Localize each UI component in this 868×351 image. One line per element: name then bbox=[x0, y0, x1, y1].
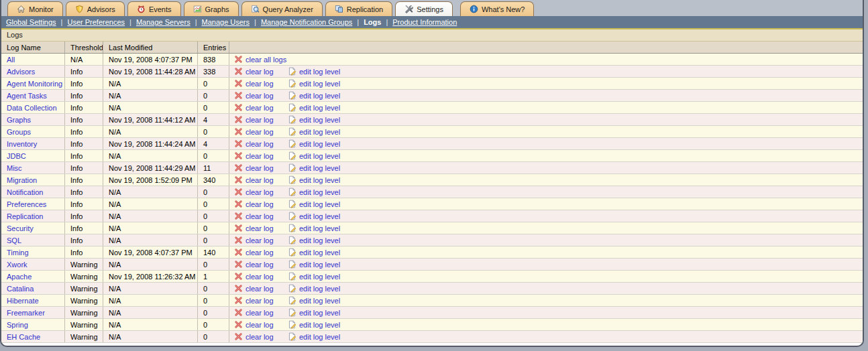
edit-log-level-link[interactable]: edit log level bbox=[299, 321, 340, 329]
log-name-link[interactable]: Migration bbox=[7, 176, 37, 184]
clear-log-icon[interactable] bbox=[234, 79, 243, 88]
clear-log-link[interactable]: clear log bbox=[246, 164, 274, 172]
clear-log-link[interactable]: clear log bbox=[246, 212, 274, 220]
clear-log-link[interactable]: clear log bbox=[246, 104, 274, 112]
log-name-link[interactable]: Misc bbox=[7, 164, 22, 172]
clear-log-icon[interactable] bbox=[234, 188, 243, 196]
log-name-link[interactable]: Freemarker bbox=[7, 309, 45, 317]
clear-log-icon[interactable] bbox=[234, 308, 243, 317]
clear-log-link[interactable]: clear log bbox=[246, 152, 274, 160]
edit-log-icon[interactable] bbox=[288, 320, 296, 329]
edit-log-level-link[interactable]: edit log level bbox=[299, 80, 340, 88]
edit-log-icon[interactable] bbox=[288, 151, 296, 160]
log-name-link[interactable]: Spring bbox=[7, 321, 28, 329]
edit-log-icon[interactable] bbox=[288, 91, 296, 100]
clear-log-icon[interactable] bbox=[234, 200, 243, 208]
clear-log-link[interactable]: clear log bbox=[246, 188, 274, 196]
log-name-link[interactable]: Notification bbox=[7, 188, 43, 196]
edit-log-level-link[interactable]: edit log level bbox=[299, 261, 340, 269]
log-name-link[interactable]: EH Cache bbox=[7, 333, 40, 341]
edit-log-icon[interactable] bbox=[288, 188, 296, 196]
edit-log-level-link[interactable]: edit log level bbox=[299, 116, 340, 124]
log-name-link[interactable]: Agent Tasks bbox=[7, 92, 47, 100]
log-name-link[interactable]: Data Collection bbox=[7, 104, 57, 112]
clear-log-icon[interactable] bbox=[234, 67, 243, 76]
edit-log-icon[interactable] bbox=[288, 127, 296, 136]
edit-log-level-link[interactable]: edit log level bbox=[299, 236, 340, 244]
edit-log-level-link[interactable]: edit log level bbox=[299, 273, 340, 281]
clear-log-link[interactable]: clear log bbox=[246, 273, 274, 281]
clear-log-link[interactable]: clear log bbox=[246, 321, 274, 329]
clear-log-link[interactable]: clear log bbox=[246, 140, 274, 148]
log-name-link[interactable]: Replication bbox=[7, 212, 43, 220]
tab-query-analyzer[interactable]: Query Analyzer bbox=[241, 1, 323, 16]
clear-log-icon[interactable] bbox=[234, 91, 243, 100]
log-name-link[interactable]: Inventory bbox=[7, 140, 37, 148]
clear-log-icon[interactable] bbox=[234, 55, 243, 64]
clear-log-icon[interactable] bbox=[234, 272, 243, 281]
clear-log-icon[interactable] bbox=[234, 176, 243, 184]
nav-link-manage-notification-groups[interactable]: Manage Notification Groups bbox=[261, 18, 352, 26]
edit-log-level-link[interactable]: edit log level bbox=[299, 152, 340, 160]
clear-log-link[interactable]: clear log bbox=[246, 68, 274, 76]
log-name-link[interactable]: Catalina bbox=[7, 285, 34, 293]
nav-link-user-preferences[interactable]: User Preferences bbox=[67, 18, 125, 26]
clear-log-icon[interactable] bbox=[234, 284, 243, 293]
edit-log-level-link[interactable]: edit log level bbox=[299, 309, 340, 317]
clear-log-icon[interactable] bbox=[234, 115, 243, 124]
edit-log-level-link[interactable]: edit log level bbox=[299, 104, 340, 112]
edit-log-level-link[interactable]: edit log level bbox=[299, 128, 340, 136]
clear-log-link[interactable]: clear log bbox=[246, 116, 274, 124]
clear-log-icon[interactable] bbox=[234, 127, 243, 136]
clear-log-link[interactable]: clear log bbox=[246, 92, 274, 100]
clear-log-icon[interactable] bbox=[234, 296, 243, 305]
edit-log-icon[interactable] bbox=[288, 67, 296, 76]
log-name-link[interactable]: SQL bbox=[7, 236, 21, 244]
log-name-link[interactable]: Timing bbox=[7, 249, 29, 257]
log-name-link[interactable]: Agent Monitoring bbox=[7, 80, 62, 88]
clear-log-icon[interactable] bbox=[234, 163, 243, 172]
edit-log-level-link[interactable]: edit log level bbox=[299, 297, 340, 305]
edit-log-icon[interactable] bbox=[288, 176, 296, 184]
clear-log-link[interactable]: clear log bbox=[246, 224, 274, 232]
nav-link-global-settings[interactable]: Global Settings bbox=[6, 18, 56, 26]
clear-log-icon[interactable] bbox=[234, 151, 243, 160]
log-name-link[interactable]: Advisors bbox=[7, 68, 35, 76]
clear-log-icon[interactable] bbox=[234, 320, 243, 329]
clear-log-icon[interactable] bbox=[234, 212, 243, 220]
edit-log-level-link[interactable]: edit log level bbox=[299, 333, 340, 341]
clear-log-link[interactable]: clear log bbox=[246, 249, 274, 257]
edit-log-icon[interactable] bbox=[288, 296, 296, 305]
edit-log-level-link[interactable]: edit log level bbox=[299, 68, 340, 76]
clear-log-link[interactable]: clear log bbox=[246, 285, 274, 293]
edit-log-level-link[interactable]: edit log level bbox=[299, 164, 340, 172]
edit-log-level-link[interactable]: edit log level bbox=[299, 212, 340, 220]
tab-replication[interactable]: Replication bbox=[325, 1, 392, 16]
log-name-link[interactable]: JDBC bbox=[7, 152, 26, 160]
log-name-link[interactable]: Preferences bbox=[7, 200, 46, 208]
clear-log-link[interactable]: clear log bbox=[246, 333, 274, 341]
edit-log-icon[interactable] bbox=[288, 200, 296, 208]
clear-log-icon[interactable] bbox=[234, 236, 243, 244]
edit-log-icon[interactable] bbox=[288, 248, 296, 257]
clear-log-icon[interactable] bbox=[234, 248, 243, 257]
edit-log-level-link[interactable]: edit log level bbox=[299, 92, 340, 100]
clear-log-link[interactable]: clear log bbox=[246, 236, 274, 244]
edit-log-icon[interactable] bbox=[288, 272, 296, 281]
log-name-link[interactable]: Graphs bbox=[7, 116, 31, 124]
log-name-link[interactable]: All bbox=[7, 56, 15, 64]
tab-advisors[interactable]: Advisors bbox=[66, 1, 125, 16]
edit-log-icon[interactable] bbox=[288, 115, 296, 124]
edit-log-icon[interactable] bbox=[288, 139, 296, 148]
log-name-link[interactable]: Security bbox=[7, 224, 34, 232]
clear-log-icon[interactable] bbox=[234, 139, 243, 148]
nav-link-logs[interactable]: Logs bbox=[364, 18, 381, 26]
tab-what-s-new[interactable]: What's New? bbox=[460, 1, 534, 16]
clear-log-link[interactable]: clear all logs bbox=[246, 56, 286, 64]
clear-log-link[interactable]: clear log bbox=[246, 128, 274, 136]
tab-settings[interactable]: Settings bbox=[395, 1, 453, 16]
edit-log-icon[interactable] bbox=[288, 163, 296, 172]
clear-log-link[interactable]: clear log bbox=[246, 297, 274, 305]
nav-link-product-information[interactable]: Product Information bbox=[392, 18, 457, 26]
edit-log-icon[interactable] bbox=[288, 212, 296, 220]
